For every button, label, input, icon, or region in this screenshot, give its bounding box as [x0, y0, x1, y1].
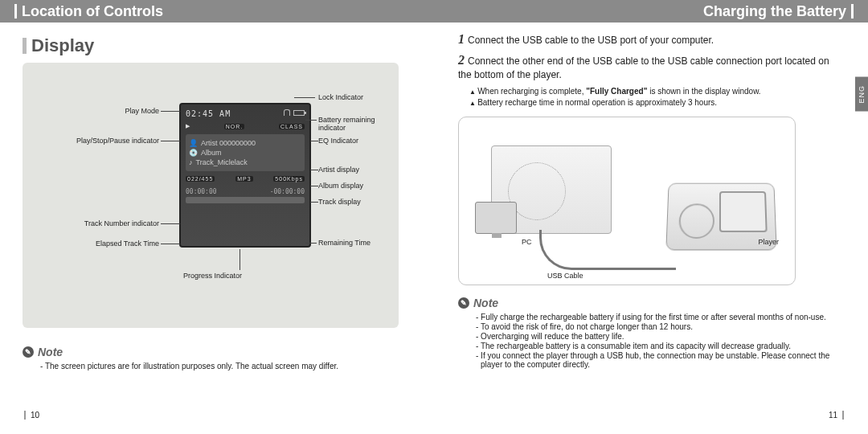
divider-icon	[14, 4, 17, 18]
lead-line	[161, 244, 180, 244]
lead-line	[161, 141, 180, 141]
note-label: Note	[473, 297, 498, 309]
lead-line	[310, 170, 318, 170]
top-bar: Location of Controls Charging the Batter…	[0, 0, 868, 23]
label-player: Player	[758, 238, 779, 246]
title-left: Location of Controls	[22, 3, 163, 20]
lead-line	[305, 243, 317, 244]
lead-line	[310, 141, 318, 141]
track-line: Track_Miclelack	[196, 158, 248, 166]
artist-line: Artist 000000000	[201, 139, 256, 147]
callout-elapsed: Elapsed Track Time	[63, 240, 159, 248]
callout-remaining: Remaining Time	[318, 239, 371, 247]
note-label: Note	[38, 346, 63, 358]
page-number-left: 10	[24, 411, 39, 420]
right-page: 1Connect the USB cable to the USB port o…	[434, 23, 868, 424]
lead-line	[161, 223, 180, 224]
device-screen: 02:45 AM ▶ NOR. CLASS 👤Artist 000000000 …	[179, 103, 311, 248]
mp3-tag: MP3	[235, 176, 252, 182]
monitor-icon	[475, 202, 517, 234]
callout-eq: EQ Indicator	[318, 137, 358, 145]
section-bar-icon	[23, 38, 27, 54]
note-block-right: ✎Note - Fully charge the rechargeable ba…	[458, 297, 833, 369]
divider-icon	[851, 4, 854, 18]
section-heading-display: Display	[31, 35, 94, 56]
album-line: Album	[201, 149, 222, 157]
callout-track-number: Track Number indicator	[55, 219, 159, 227]
lead-line	[161, 111, 180, 112]
note-item: - Overcharging will reduce the battery l…	[476, 332, 833, 341]
display-diagram: 02:45 AM ▶ NOR. CLASS 👤Artist 000000000 …	[23, 63, 399, 328]
step-1-text: Connect the USB cable to the USB port of…	[468, 35, 714, 46]
step-2-number: 2	[458, 53, 465, 67]
lock-icon	[284, 109, 290, 116]
page-number-right: 11	[829, 411, 844, 420]
left-page: Display 02:45 AM ▶ NOR. CLASS 👤Artist 00…	[0, 23, 434, 424]
usb-cable-icon	[539, 230, 676, 270]
note-block-left: ✎Note - The screen pictures are for illu…	[23, 346, 416, 371]
elapsed-time: 00:00:00	[186, 188, 217, 195]
track-number: 022/455	[186, 176, 215, 182]
callout-lock: Lock Indicator	[318, 93, 363, 101]
note-icon: ♪	[189, 158, 193, 166]
sub-bullet-2: Battery recharge time in normal operatio…	[469, 97, 833, 108]
battery-icon	[293, 110, 305, 116]
step-2-text: Connect the other end of the USB cable t…	[458, 55, 829, 81]
pencil-icon: ✎	[23, 346, 34, 358]
lead-line	[240, 249, 240, 270]
callout-artist: Artist display	[318, 166, 359, 174]
label-pc: PC	[522, 238, 532, 246]
callout-track: Track display	[318, 198, 361, 206]
sub-bullet-1: When recharging is complete, "Fully Char…	[469, 86, 833, 97]
remaining-time: -00:00:00	[270, 188, 305, 195]
note-item: - Fully charge the rechargeable battery …	[476, 313, 833, 321]
charging-diagram: PC USB Cable Player	[458, 117, 796, 285]
bitrate: 500Kbps	[273, 176, 305, 182]
note-text: - The screen pictures are for illustrati…	[40, 362, 416, 371]
nor-tag: NOR.	[224, 124, 245, 129]
lead-line	[310, 186, 318, 186]
callout-play-stop-pause: Play/Stop/Pause indicator	[47, 137, 159, 145]
play-icon: ▶	[186, 123, 190, 129]
lead-line	[310, 202, 318, 203]
note-item: - The rechargeable battery is a consumab…	[476, 342, 833, 350]
note-item: - If you connect the player through a US…	[476, 351, 833, 369]
step-1-number: 1	[458, 32, 465, 46]
callout-progress: Progress Indicator	[183, 272, 242, 280]
disc-icon: 💿	[189, 149, 198, 157]
callout-play-mode: Play Mode	[71, 107, 159, 115]
callout-battery: Battery remaining indicator	[318, 116, 399, 132]
lead-line	[294, 97, 315, 98]
progress-bar	[186, 197, 305, 203]
eq-tag: CLASS	[279, 124, 305, 129]
callout-album: Album display	[318, 182, 363, 190]
title-right: Charging the Battery	[703, 3, 846, 20]
note-item: - To avoid the risk of fire, do not char…	[476, 322, 833, 331]
label-usb: USB Cable	[547, 272, 583, 280]
lead-line	[305, 120, 317, 121]
person-icon: 👤	[189, 139, 198, 147]
pencil-icon: ✎	[458, 297, 469, 309]
